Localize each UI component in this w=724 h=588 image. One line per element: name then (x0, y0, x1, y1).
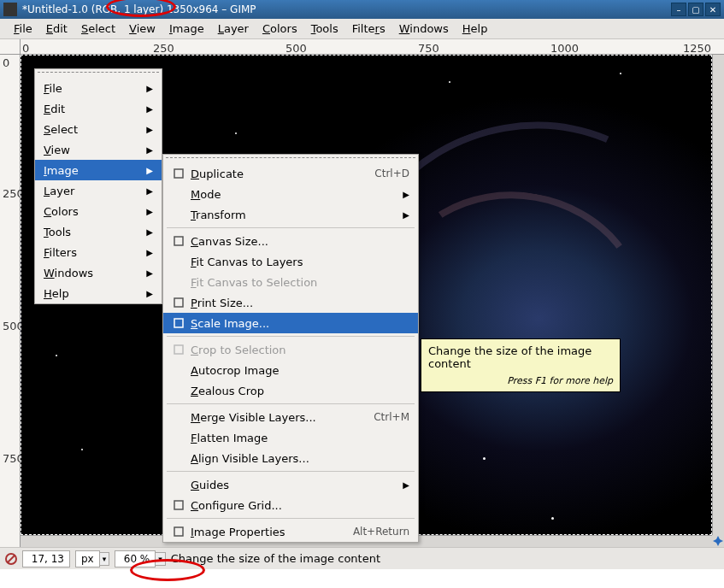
ctx-item-label: Guides (191, 479, 403, 491)
chevron-right-icon: ▶ (146, 186, 153, 196)
separator (167, 336, 415, 337)
window-title: *Untitled-1.0 (RGB, 1 layer) 1350x964 – … (22, 3, 669, 15)
ctx-item-merge-visible-layers[interactable]: Merge Visible Layers...Ctrl+M (163, 407, 418, 427)
ctx-item-image[interactable]: Image▶ (35, 160, 162, 180)
app-icon (3, 3, 17, 16)
ctx-item-view[interactable]: View▶ (35, 139, 162, 160)
maximize-button[interactable]: ▢ (688, 3, 703, 16)
menu-colors[interactable]: Colors (256, 21, 304, 37)
svg-rect-3 (174, 319, 183, 327)
chevron-down-icon[interactable]: ▾ (100, 552, 110, 566)
chevron-right-icon: ▶ (146, 268, 153, 278)
ruler-v-tick: 0 (3, 56, 9, 69)
ctx-item-edit[interactable]: Edit▶ (35, 98, 162, 119)
ctx-item-layer[interactable]: Layer▶ (35, 180, 162, 201)
ctx-item-label: Select (44, 123, 146, 136)
chevron-down-icon[interactable]: ▾ (156, 552, 166, 566)
menu-help[interactable]: Help (456, 21, 495, 37)
ruler-vertical[interactable]: 0 250 500 750 (0, 55, 21, 547)
ctx-item-file[interactable]: File▶ (35, 78, 162, 98)
ruler-h-tick: 1000 (550, 42, 579, 55)
ctx-item-duplicate[interactable]: DuplicateCtrl+D (163, 163, 418, 184)
ctx-item-zealous-crop[interactable]: Zealous Crop (163, 380, 418, 401)
menu-tools[interactable]: Tools (304, 21, 345, 37)
tooltip: Change the size of the image content Pre… (421, 338, 621, 392)
ctx-item-configure-grid[interactable]: Configure Grid... (163, 495, 418, 515)
navigation-corner-icon[interactable] (712, 535, 724, 547)
ruler-horizontal[interactable]: 0 250 500 750 1000 1250 (21, 39, 724, 55)
menu-image[interactable]: Image (162, 21, 211, 37)
canvas-size-icon (172, 235, 185, 247)
status-message: Change the size of the image content (171, 552, 380, 565)
zoom-selector[interactable]: 60 % ▾ (115, 550, 166, 567)
tearoff-handle[interactable] (166, 157, 415, 161)
accelerator: Ctrl+M (374, 411, 409, 423)
close-button[interactable]: ✕ (705, 3, 721, 16)
ctx-item-help[interactable]: Help▶ (35, 283, 162, 303)
separator (167, 403, 415, 404)
ctx-item-autocrop-image[interactable]: Autocrop Image (163, 360, 418, 380)
tooltip-title: Change the size of the image content (428, 344, 613, 370)
separator (167, 227, 415, 228)
ctx-item-label: Help (44, 287, 146, 300)
unit-selector[interactable]: px ▾ (75, 550, 109, 567)
chevron-right-icon: ▶ (403, 190, 409, 199)
menu-file[interactable]: File (7, 21, 39, 37)
cancel-state-icon (5, 553, 17, 565)
ctx-item-windows[interactable]: Windows▶ (35, 262, 162, 283)
duplicate-icon (172, 168, 185, 179)
ctx-item-align-visible-layers[interactable]: Align Visible Layers... (163, 448, 418, 468)
svg-line-8 (8, 556, 15, 562)
ctx-item-colors[interactable]: Colors▶ (35, 201, 162, 221)
ctx-item-guides[interactable]: Guides▶ (163, 474, 418, 495)
ctx-item-label: Merge Visible Layers... (191, 411, 374, 424)
separator (167, 518, 415, 519)
tearoff-handle[interactable] (38, 72, 159, 75)
ctx-item-label: Fit Canvas to Layers (191, 256, 409, 268)
accelerator: Alt+Return (353, 526, 409, 538)
menu-select[interactable]: Select (74, 21, 122, 37)
ctx-item-select[interactable]: Select▶ (35, 119, 162, 139)
chevron-right-icon: ▶ (403, 210, 409, 220)
ruler-h-tick: 0 (22, 42, 29, 55)
menu-filters[interactable]: Filters (345, 21, 392, 37)
minimize-button[interactable]: – (671, 3, 686, 16)
ctx-item-label: Zealous Crop (191, 385, 409, 397)
menu-layer[interactable]: Layer (211, 21, 256, 37)
ctx-item-flatten-image[interactable]: Flatten Image (163, 427, 418, 448)
window-titlebar: *Untitled-1.0 (RGB, 1 layer) 1350x964 – … (0, 0, 724, 19)
menu-view[interactable]: View (122, 21, 162, 37)
ctx-item-filters[interactable]: Filters▶ (35, 242, 162, 262)
ctx-item-label: Scale Image... (191, 317, 409, 330)
chevron-right-icon: ▶ (146, 145, 153, 155)
ctx-item-tools[interactable]: Tools▶ (35, 221, 162, 242)
menu-edit[interactable]: Edit (39, 21, 74, 37)
ctx-item-label: Colors (44, 205, 146, 218)
chevron-right-icon: ▶ (146, 289, 153, 298)
ctx-item-label: Fit Canvas to Selection (191, 276, 409, 289)
ctx-item-mode[interactable]: Mode▶ (163, 184, 418, 204)
chevron-right-icon: ▶ (146, 227, 153, 237)
ctx-item-print-size[interactable]: Print Size... (163, 292, 418, 313)
ctx-item-label: Configure Grid... (191, 499, 409, 512)
menu-windows[interactable]: Windows (392, 21, 456, 37)
ctx-item-label: Tools (44, 226, 146, 238)
ctx-item-fit-canvas-to-layers[interactable]: Fit Canvas to Layers (163, 251, 418, 272)
accelerator: Ctrl+D (374, 168, 409, 179)
ctx-item-canvas-size[interactable]: Canvas Size... (163, 231, 418, 251)
ctx-item-label: Flatten Image (191, 432, 409, 444)
chevron-right-icon: ▶ (146, 248, 153, 257)
ctx-item-scale-image[interactable]: Scale Image... (163, 313, 418, 333)
ctx-item-image-properties[interactable]: Image PropertiesAlt+Return (163, 521, 418, 542)
ruler-h-tick: 750 (418, 42, 439, 55)
svg-rect-2 (174, 298, 183, 307)
ctx-item-transform[interactable]: Transform▶ (163, 204, 418, 225)
ctx-item-label: Print Size... (191, 297, 409, 309)
crop-icon (172, 344, 185, 356)
ctx-item-label: File (44, 82, 146, 95)
svg-rect-0 (174, 169, 183, 178)
svg-rect-4 (174, 345, 183, 354)
ctx-item-label: Filters (44, 246, 146, 259)
scrollbar-vertical[interactable] (712, 55, 724, 535)
ctx-item-label: Autocrop Image (191, 364, 409, 377)
